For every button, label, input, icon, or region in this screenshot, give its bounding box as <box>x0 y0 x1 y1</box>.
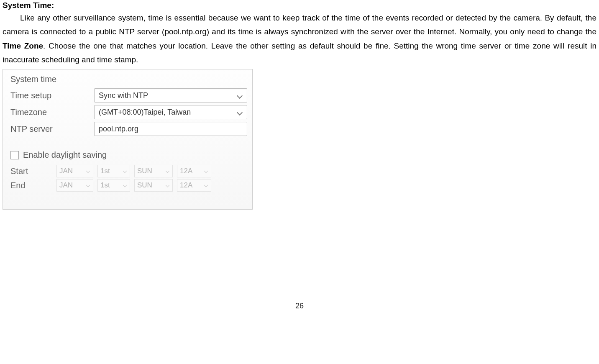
heading-colon: : <box>51 1 54 10</box>
label-time-setup: Time setup <box>10 91 94 100</box>
select-timezone[interactable]: (GMT+08:00)Taipei, Taiwan <box>94 105 247 119</box>
select-dst-start-hour-value: 12A <box>180 167 192 175</box>
select-dst-end-day-value: SUN <box>137 181 152 190</box>
select-dst-start-day-value: SUN <box>137 167 152 175</box>
para-part-2: . Choose the one that matches your locat… <box>3 41 596 64</box>
para-bold-timezone: Time Zone <box>3 41 43 50</box>
label-dst-end: End <box>10 181 56 190</box>
chevron-down-icon <box>86 183 90 187</box>
select-dst-end-week-value: 1st <box>100 181 110 190</box>
select-dst-end-hour[interactable]: 12A <box>177 179 211 192</box>
chevron-down-icon <box>166 169 170 173</box>
select-dst-start-hour[interactable]: 12A <box>177 165 211 177</box>
chevron-down-icon <box>237 92 243 98</box>
doc-heading: System Time: <box>3 1 596 10</box>
row-dst-end: End JAN 1st SUN 12A <box>10 179 247 192</box>
row-dst-start: Start JAN 1st SUN 12A <box>10 165 247 177</box>
row-ntp-server: NTP server pool.ntp.org <box>10 122 247 136</box>
select-timezone-value: (GMT+08:00)Taipei, Taiwan <box>99 108 237 117</box>
input-ntp-server-value: pool.ntp.org <box>99 125 138 133</box>
select-dst-start-day[interactable]: SUN <box>134 165 173 177</box>
label-dst-start: Start <box>10 167 56 176</box>
chevron-down-icon <box>204 169 208 173</box>
select-dst-start-month[interactable]: JAN <box>56 165 93 177</box>
select-dst-start-month-value: JAN <box>59 167 73 175</box>
select-dst-end-month-value: JAN <box>59 181 73 190</box>
panel-section-title: System time <box>10 74 247 84</box>
page-number: 26 <box>3 302 596 310</box>
input-ntp-server[interactable]: pool.ntp.org <box>94 122 247 136</box>
select-time-setup-value: Sync with NTP <box>99 91 237 100</box>
select-dst-end-hour-value: 12A <box>180 181 192 190</box>
chevron-down-icon <box>86 169 90 173</box>
label-timezone: Timezone <box>10 108 94 117</box>
doc-paragraph: Like any other surveillance system, time… <box>3 11 596 67</box>
select-dst-end-week[interactable]: 1st <box>97 179 130 192</box>
select-dst-start-week[interactable]: 1st <box>97 165 130 177</box>
select-time-setup[interactable]: Sync with NTP <box>94 88 247 103</box>
row-timezone: Timezone (GMT+08:00)Taipei, Taiwan <box>10 105 247 119</box>
label-ntp-server: NTP server <box>10 124 94 134</box>
select-dst-end-month[interactable]: JAN <box>56 179 93 192</box>
row-time-setup: Time setup Sync with NTP <box>10 88 247 103</box>
label-enable-daylight-saving: Enable daylight saving <box>23 150 107 160</box>
checkbox-enable-daylight-saving[interactable] <box>10 151 19 159</box>
chevron-down-icon <box>237 109 243 115</box>
chevron-down-icon <box>123 169 127 173</box>
heading-title: System Time <box>3 1 51 10</box>
row-enable-daylight-saving: Enable daylight saving <box>10 150 247 160</box>
chevron-down-icon <box>123 183 127 187</box>
chevron-down-icon <box>204 183 208 187</box>
select-dst-end-day[interactable]: SUN <box>134 179 173 192</box>
para-part-1: Like any other surveillance system, time… <box>3 13 596 36</box>
chevron-down-icon <box>166 183 170 187</box>
system-time-panel: System time Time setup Sync with NTP Tim… <box>3 69 253 210</box>
select-dst-start-week-value: 1st <box>100 167 110 175</box>
